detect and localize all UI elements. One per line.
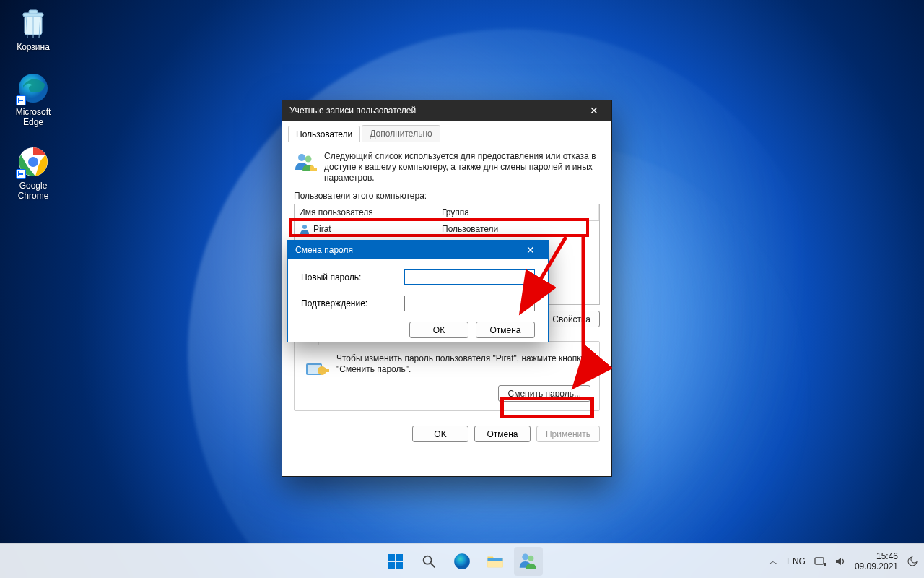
desktop-icon-chrome[interactable]: Google Chrome bbox=[6, 144, 61, 201]
pwd-cancel-button[interactable]: Отмена bbox=[476, 322, 535, 338]
user-group: Пользователи bbox=[437, 222, 502, 236]
taskbar-explorer[interactable] bbox=[481, 547, 510, 576]
svg-point-6 bbox=[28, 157, 38, 167]
clock[interactable]: 15:46 09.09.2021 bbox=[855, 551, 898, 571]
change-password-dialog: Смена пароля ✕ Новый пароль: Подтвержден… bbox=[287, 240, 549, 342]
file-explorer-icon bbox=[486, 552, 505, 571]
svg-rect-27 bbox=[815, 558, 824, 564]
system-tray: ︿ ENG 15:46 09.09.2021 bbox=[769, 544, 918, 578]
svg-point-26 bbox=[528, 555, 534, 561]
svg-point-11 bbox=[302, 225, 307, 229]
desktop-icon-label: Microsoft Edge bbox=[6, 107, 61, 127]
svg-rect-10 bbox=[310, 168, 317, 171]
table-row[interactable]: Pirat Пользователи bbox=[295, 221, 599, 237]
user-name: Pirat bbox=[313, 224, 331, 234]
users-icon bbox=[518, 551, 539, 571]
users-keys-icon bbox=[294, 151, 317, 174]
edge-icon bbox=[16, 71, 51, 105]
new-password-label: Новый пароль: bbox=[301, 272, 404, 282]
svg-point-25 bbox=[522, 553, 528, 560]
col-username[interactable]: Имя пользователя bbox=[295, 204, 437, 220]
tray-chevron-icon[interactable]: ︿ bbox=[769, 555, 778, 568]
password-desc: Чтобы изменить пароль пользователя "Pira… bbox=[336, 353, 590, 379]
apply-button[interactable]: Применить bbox=[536, 426, 600, 442]
desktop-icon-label: Google Chrome bbox=[6, 181, 61, 201]
tab-advanced[interactable]: Дополнительно bbox=[362, 125, 440, 142]
taskbar-user-accounts[interactable] bbox=[514, 547, 543, 576]
svg-point-7 bbox=[298, 154, 305, 161]
svg-rect-2 bbox=[29, 10, 38, 14]
taskbar: ︿ ENG 15:46 09.09.2021 bbox=[0, 543, 924, 578]
svg-rect-24 bbox=[487, 558, 502, 560]
desktop-icon-recycle-bin[interactable]: Корзина bbox=[6, 6, 61, 52]
users-of-computer-label: Пользователи этого компьютера: bbox=[294, 191, 600, 201]
title-bar[interactable]: Смена пароля ✕ bbox=[288, 241, 548, 259]
search-icon bbox=[421, 553, 437, 569]
chrome-icon bbox=[16, 144, 51, 179]
close-icon[interactable]: ✕ bbox=[520, 240, 541, 260]
col-group[interactable]: Группа bbox=[437, 204, 599, 220]
svg-point-22 bbox=[454, 553, 470, 569]
svg-rect-15 bbox=[321, 369, 329, 372]
svg-rect-16 bbox=[388, 554, 395, 561]
pwd-ok-button[interactable]: ОК bbox=[409, 322, 468, 338]
svg-rect-28 bbox=[824, 563, 826, 566]
properties-button[interactable]: Свойства bbox=[543, 311, 600, 327]
edge-icon bbox=[453, 552, 471, 571]
time: 15:46 bbox=[855, 551, 898, 561]
svg-point-20 bbox=[424, 556, 432, 564]
info-text: Следующий список используется для предос… bbox=[324, 151, 600, 184]
svg-rect-19 bbox=[396, 562, 403, 569]
cancel-button[interactable]: Отмена bbox=[474, 426, 531, 442]
window-title: Учетные записи пользователей bbox=[289, 105, 416, 116]
taskbar-edge[interactable] bbox=[448, 547, 476, 576]
search-button[interactable] bbox=[414, 547, 443, 576]
desktop-icon-label: Корзина bbox=[6, 42, 61, 52]
svg-point-8 bbox=[305, 156, 312, 163]
close-icon[interactable]: ✕ bbox=[584, 100, 604, 121]
network-icon[interactable] bbox=[814, 556, 826, 567]
svg-line-21 bbox=[431, 563, 435, 567]
tab-strip: Пользователи Дополнительно bbox=[282, 121, 611, 142]
ok-button[interactable]: OK bbox=[412, 426, 468, 442]
date: 09.09.2021 bbox=[855, 561, 898, 571]
notifications-icon[interactable] bbox=[907, 556, 918, 567]
recycle-bin-icon bbox=[16, 6, 51, 40]
confirm-password-input[interactable] bbox=[404, 296, 535, 311]
shortcut-badge-icon bbox=[16, 95, 26, 105]
svg-rect-17 bbox=[396, 554, 403, 561]
tab-users[interactable]: Пользователи bbox=[288, 126, 360, 142]
windows-logo-icon bbox=[387, 553, 404, 570]
change-password-button[interactable]: Сменить пароль... bbox=[498, 385, 590, 402]
start-button[interactable] bbox=[381, 547, 410, 576]
dialog-title: Смена пароля bbox=[295, 245, 353, 255]
svg-rect-18 bbox=[388, 562, 395, 569]
shortcut-badge-icon bbox=[16, 169, 26, 179]
confirm-password-label: Подтверждение: bbox=[301, 298, 404, 309]
password-key-icon bbox=[303, 353, 329, 379]
language-indicator[interactable]: ENG bbox=[787, 556, 806, 566]
volume-icon[interactable] bbox=[834, 556, 846, 567]
title-bar[interactable]: Учетные записи пользователей ✕ bbox=[282, 100, 611, 121]
user-icon bbox=[299, 223, 310, 235]
desktop-icon-edge[interactable]: Microsoft Edge bbox=[6, 71, 61, 127]
new-password-input[interactable] bbox=[404, 269, 535, 285]
desktop: Корзина Microsoft Edge Google Chrome Уче… bbox=[0, 0, 924, 578]
